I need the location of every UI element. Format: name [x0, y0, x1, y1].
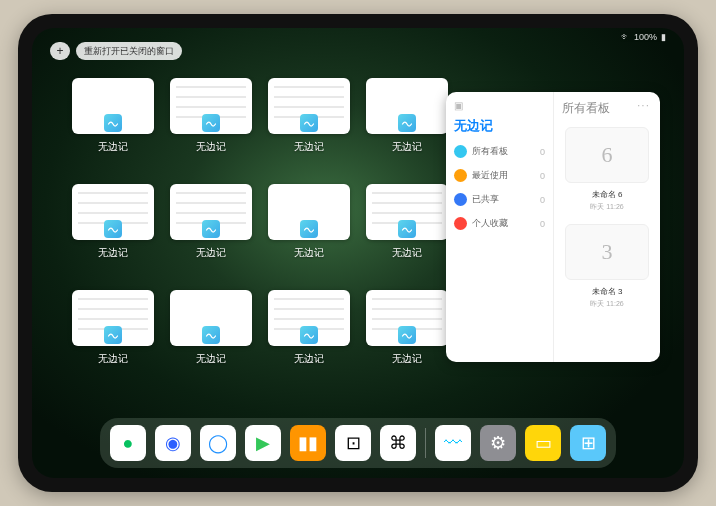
wechat-icon[interactable]: ●: [110, 425, 146, 461]
window-thumbnail: [72, 78, 154, 134]
more-icon[interactable]: ···: [637, 98, 650, 112]
freeform-app-icon: [202, 220, 220, 238]
window-card[interactable]: 无边记: [170, 290, 252, 366]
window-label: 无边记: [98, 352, 128, 366]
menu-icon: [454, 169, 467, 182]
window-card[interactable]: 无边记: [366, 184, 448, 260]
add-window-button[interactable]: +: [50, 42, 70, 60]
menu-icon: [454, 145, 467, 158]
window-thumbnail: [268, 290, 350, 346]
board-name: 未命名 6: [562, 189, 652, 200]
panel-title: 无边记: [454, 117, 545, 135]
window-thumbnail: [268, 78, 350, 134]
menu-count: 0: [540, 171, 545, 181]
freeform-icon[interactable]: 〰: [435, 425, 471, 461]
freeform-panel[interactable]: ▣ 无边记 所有看板0最近使用0已共享0个人收藏0 ··· 所有看板 6未命名 …: [446, 92, 660, 362]
dice-icon[interactable]: ⊡: [335, 425, 371, 461]
board-date: 昨天 11:26: [562, 202, 652, 212]
window-thumbnail: [366, 290, 448, 346]
sidebar-item[interactable]: 已共享0: [454, 193, 545, 206]
dock-separator: [425, 428, 426, 458]
sidebar-item[interactable]: 个人收藏0: [454, 217, 545, 230]
panel-sidebar: ▣ 无边记 所有看板0最近使用0已共享0个人收藏0: [446, 92, 554, 362]
window-card[interactable]: 无边记: [268, 184, 350, 260]
notes-icon[interactable]: ▭: [525, 425, 561, 461]
sidebar-item[interactable]: 所有看板0: [454, 145, 545, 158]
status-bar: ᯤ 100% ▮: [621, 32, 666, 42]
freeform-app-icon: [398, 114, 416, 132]
menu-label: 已共享: [472, 193, 499, 206]
menu-label: 最近使用: [472, 169, 508, 182]
window-label: 无边记: [196, 246, 226, 260]
window-card[interactable]: 无边记: [72, 78, 154, 154]
board-name: 未命名 3: [562, 286, 652, 297]
window-thumbnail: [268, 184, 350, 240]
window-card[interactable]: 无边记: [268, 78, 350, 154]
sidebar-toggle-icon[interactable]: ▣: [454, 100, 463, 111]
window-label: 无边记: [294, 140, 324, 154]
freeform-app-icon: [104, 326, 122, 344]
menu-count: 0: [540, 219, 545, 229]
settings-icon[interactable]: ⚙: [480, 425, 516, 461]
board-item[interactable]: 3未命名 3昨天 11:26: [562, 224, 652, 309]
window-card[interactable]: 无边记: [170, 184, 252, 260]
battery-icon: ▮: [661, 32, 666, 42]
panel-content: ··· 所有看板 6未命名 6昨天 11:263未命名 3昨天 11:26: [554, 92, 660, 362]
window-thumbnail: [170, 78, 252, 134]
menu-label: 个人收藏: [472, 217, 508, 230]
wifi-icon: ᯤ: [621, 32, 630, 42]
freeform-app-icon: [300, 326, 318, 344]
window-thumbnail: [170, 184, 252, 240]
window-label: 无边记: [294, 352, 324, 366]
window-label: 无边记: [98, 246, 128, 260]
menu-label: 所有看板: [472, 145, 508, 158]
freeform-app-icon: [398, 220, 416, 238]
windows-grid: 无边记无边记无边记无边记无边记无边记无边记无边记无边记无边记无边记无边记: [72, 78, 452, 366]
board-thumbnail: 6: [565, 127, 649, 183]
window-label: 无边记: [196, 352, 226, 366]
plus-icon: +: [56, 44, 63, 58]
window-label: 无边记: [392, 140, 422, 154]
window-label: 无边记: [392, 352, 422, 366]
window-thumbnail: [170, 290, 252, 346]
dock: ●◉◯▶▮▮⊡⌘〰⚙▭⊞: [100, 418, 616, 468]
window-card[interactable]: 无边记: [170, 78, 252, 154]
window-label: 无边记: [196, 140, 226, 154]
screen: ᯤ 100% ▮ + 重新打开已关闭的窗口 无边记无边记无边记无边记无边记无边记…: [32, 28, 684, 478]
play-icon[interactable]: ▶: [245, 425, 281, 461]
window-thumbnail: [366, 184, 448, 240]
freeform-app-icon: [104, 220, 122, 238]
ipad-frame: ᯤ 100% ▮ + 重新打开已关闭的窗口 无边记无边记无边记无边记无边记无边记…: [18, 14, 698, 492]
freeform-app-icon: [300, 114, 318, 132]
board-thumbnail: 3: [565, 224, 649, 280]
window-label: 无边记: [294, 246, 324, 260]
menu-icon: [454, 217, 467, 230]
quark-icon[interactable]: ◉: [155, 425, 191, 461]
qq-browser-icon[interactable]: ◯: [200, 425, 236, 461]
window-card[interactable]: 无边记: [72, 184, 154, 260]
window-label: 无边记: [98, 140, 128, 154]
window-card[interactable]: 无边记: [366, 290, 448, 366]
window-card[interactable]: 无边记: [366, 78, 448, 154]
app-library-icon[interactable]: ⊞: [570, 425, 606, 461]
freeform-app-icon: [104, 114, 122, 132]
freeform-app-icon: [398, 326, 416, 344]
sidebar-item[interactable]: 最近使用0: [454, 169, 545, 182]
window-thumbnail: [72, 184, 154, 240]
books-icon[interactable]: ▮▮: [290, 425, 326, 461]
window-thumbnail: [366, 78, 448, 134]
window-thumbnail: [72, 290, 154, 346]
window-card[interactable]: 无边记: [268, 290, 350, 366]
menu-count: 0: [540, 147, 545, 157]
graph-icon[interactable]: ⌘: [380, 425, 416, 461]
reopen-closed-window-button[interactable]: 重新打开已关闭的窗口: [76, 42, 182, 60]
freeform-app-icon: [202, 326, 220, 344]
menu-count: 0: [540, 195, 545, 205]
window-label: 无边记: [392, 246, 422, 260]
freeform-app-icon: [300, 220, 318, 238]
board-item[interactable]: 6未命名 6昨天 11:26: [562, 127, 652, 212]
battery-label: 100%: [634, 32, 657, 42]
window-card[interactable]: 无边记: [72, 290, 154, 366]
board-date: 昨天 11:26: [562, 299, 652, 309]
freeform-app-icon: [202, 114, 220, 132]
